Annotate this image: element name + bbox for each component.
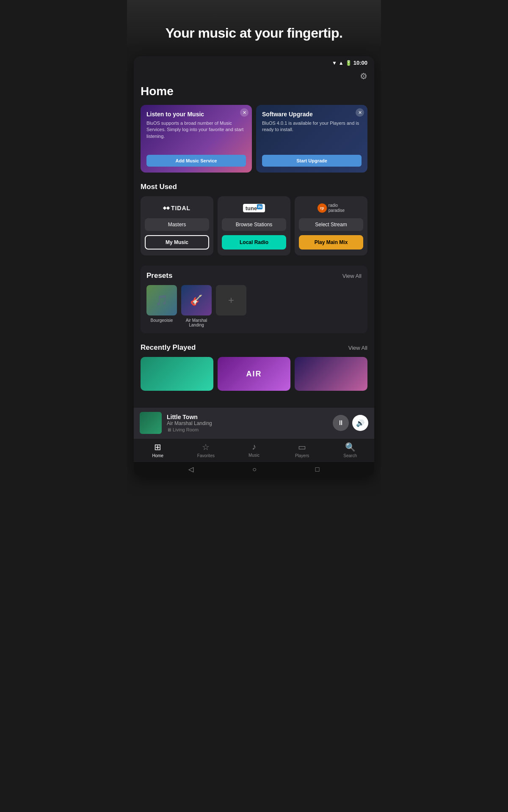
radio-paradise-card: rp radioparadise Select Stream Play Main…	[295, 196, 367, 255]
settings-button[interactable]: ⚙	[360, 71, 367, 81]
tunein-local-radio-button[interactable]: Local Radio	[222, 235, 286, 250]
upgrade-banner-title: Software Upgrade	[262, 111, 362, 118]
now-playing-bar: Little Town Air Marshal Landing 🖥 Living…	[134, 408, 374, 438]
now-playing-title: Little Town	[167, 414, 328, 420]
status-bar: ▼ ▲ 🔋 10:00	[134, 56, 374, 69]
status-icons: ▼ ▲ 🔋 10:00	[332, 60, 367, 66]
nav-search[interactable]: 🔍 Search	[326, 439, 374, 461]
tidal-card: TIDAL Masters My Music	[141, 196, 213, 255]
android-nav-bar: ◁ ○ □	[134, 461, 374, 477]
upgrade-banner-desc: BluOS 4.0.1 is available for your Player…	[262, 120, 362, 133]
presets-title: Presets	[146, 272, 172, 280]
tunein-browse-button[interactable]: Browse Stations	[222, 218, 286, 231]
add-music-service-button[interactable]: Add Music Service	[146, 155, 246, 167]
pause-button[interactable]: ⏸	[333, 415, 349, 431]
monitor-icon: 🖥	[167, 427, 171, 432]
preset-add-icon: +	[216, 285, 246, 315]
hero-section: Your music at your fingertip.	[127, 0, 381, 49]
upgrade-banner-card: ✕ Software Upgrade BluOS 4.0.1 is availa…	[256, 105, 367, 173]
tunein-logo: tuneIN	[243, 202, 265, 214]
nav-music[interactable]: ♪ Music	[230, 439, 278, 461]
search-icon: 🔍	[345, 442, 356, 452]
preset-bourgeoisie-label: Bourgeoisie	[151, 318, 173, 323]
now-playing-artist: Air Marshal Landing	[167, 420, 328, 426]
music-banner-close[interactable]: ✕	[240, 108, 248, 117]
bottom-nav: ⊞ Home ☆ Favorites ♪ Music ▭ Players 🔍 S…	[134, 438, 374, 461]
music-banner-title: Listen to your Music	[146, 111, 246, 118]
preset-bourgeoisie[interactable]: 🎵 Bourgeoisie	[146, 285, 177, 327]
tidal-masters-button[interactable]: Masters	[145, 218, 209, 231]
music-icon: ♪	[252, 442, 256, 452]
recently-played-view-all-button[interactable]: View All	[348, 345, 367, 351]
most-used-title: Most Used	[141, 183, 177, 191]
upgrade-banner-close[interactable]: ✕	[356, 108, 364, 117]
now-playing-info: Little Town Air Marshal Landing 🖥 Living…	[167, 414, 328, 432]
preset-air-marshal[interactable]: 🎸 Air Marshal Landing	[181, 285, 212, 327]
status-time: 10:00	[353, 60, 367, 66]
tunein-card: tuneIN Browse Stations Local Radio	[218, 196, 290, 255]
signal-icon: ▲	[339, 60, 344, 66]
music-banner-card: ✕ Listen to your Music BluOS supports a …	[141, 105, 252, 173]
top-bar: ⚙	[134, 69, 374, 85]
recently-played-header: Recently Played View All	[141, 343, 367, 352]
recent-item-2[interactable]: AIR	[218, 357, 290, 391]
nav-home-label: Home	[152, 453, 163, 458]
rp-select-stream-button[interactable]: Select Stream	[299, 218, 363, 231]
most-used-section-header: Most Used	[141, 183, 367, 191]
radio-paradise-logo: rp radioparadise	[318, 202, 345, 214]
presets-grid: 🎵 Bourgeoisie 🎸 Air Marshal Landing +	[146, 285, 362, 327]
wifi-icon: ▼	[332, 60, 337, 66]
now-playing-thumb	[140, 412, 162, 434]
home-icon: ⊞	[154, 442, 161, 452]
nav-home[interactable]: ⊞ Home	[134, 439, 182, 461]
preset-air-marshal-label: Air Marshal Landing	[181, 318, 212, 327]
presets-view-all-button[interactable]: View All	[342, 273, 362, 279]
start-upgrade-button[interactable]: Start Upgrade	[262, 155, 362, 167]
hero-tagline: Your music at your fingertip.	[135, 25, 373, 41]
volume-button[interactable]: 🔊	[352, 415, 368, 431]
players-icon: ▭	[298, 442, 306, 452]
tidal-logo: TIDAL	[163, 202, 190, 214]
now-playing-room: Living Room	[173, 427, 199, 432]
nav-favorites[interactable]: ☆ Favorites	[182, 439, 230, 461]
now-playing-location: 🖥 Living Room	[167, 427, 328, 432]
recent-item-1[interactable]	[141, 357, 213, 391]
nav-players-label: Players	[295, 453, 309, 458]
banners-row: ✕ Listen to your Music BluOS supports a …	[141, 105, 367, 173]
preset-add[interactable]: +	[216, 285, 246, 327]
nav-players[interactable]: ▭ Players	[278, 439, 326, 461]
rp-play-main-mix-button[interactable]: Play Main Mix	[299, 235, 363, 250]
phone-frame: ▼ ▲ 🔋 10:00 ⚙ Home ✕ Listen to your Musi…	[134, 56, 374, 477]
preset-bourgeoisie-thumb: 🎵	[146, 285, 177, 315]
most-used-grid: TIDAL Masters My Music tuneIN Browse Sta…	[141, 196, 367, 255]
nav-music-label: Music	[248, 453, 260, 458]
presets-header: Presets View All	[146, 272, 362, 280]
now-playing-controls: ⏸ 🔊	[333, 415, 368, 431]
android-back-button[interactable]: ◁	[188, 465, 193, 473]
recently-played-title: Recently Played	[141, 343, 196, 352]
nav-search-label: Search	[343, 453, 357, 458]
android-home-button[interactable]: ○	[252, 466, 257, 473]
android-recents-button[interactable]: □	[315, 466, 320, 473]
favorites-icon: ☆	[202, 442, 210, 452]
battery-icon: 🔋	[345, 60, 352, 66]
music-banner-desc: BluOS supports a broad number of Music S…	[146, 120, 246, 140]
page-content: Home ✕ Listen to your Music BluOS suppor…	[134, 85, 374, 398]
recent-item-2-label: AIR	[246, 370, 262, 379]
tidal-my-music-button[interactable]: My Music	[145, 235, 209, 250]
recently-played-grid: AIR	[141, 357, 367, 391]
recent-item-3[interactable]	[295, 357, 367, 391]
preset-air-marshal-thumb: 🎸	[181, 285, 212, 315]
page-title: Home	[141, 85, 367, 98]
nav-favorites-label: Favorites	[197, 453, 215, 458]
presets-section: Presets View All 🎵 Bourgeoisie 🎸 Air Mar…	[141, 266, 367, 333]
